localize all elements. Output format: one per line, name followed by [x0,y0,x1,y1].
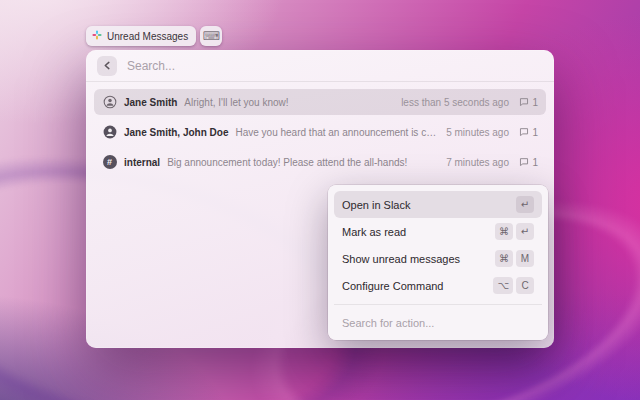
search-input[interactable] [127,59,543,73]
shortcut-keys: ⌥ C [493,277,534,294]
message-count-badge: 1 [516,157,538,168]
action-label: Mark as read [342,226,406,238]
chat-bubble-icon [519,157,529,167]
action-configure-command[interactable]: Configure Command ⌥ C [334,272,542,299]
message-count: 1 [532,97,538,108]
search-header [86,50,554,82]
action-open-in-slack[interactable]: Open in Slack ↵ [334,191,542,218]
action-mark-as-read[interactable]: Mark as read ⌘ ↵ [334,218,542,245]
c-key: C [516,277,534,294]
message-time: 5 minutes ago [446,127,509,138]
message-preview: Alright, I'll let you know! [184,97,394,108]
person-circle-filled-icon [102,125,117,140]
launcher-window: Jane Smith Alright, I'll let you know! l… [86,50,554,348]
action-search-footer [334,304,542,340]
return-key: ↵ [516,223,534,240]
message-count: 1 [532,127,538,138]
shortcut-keys: ⌘ ↵ [495,223,534,240]
chat-bubble-icon [519,127,529,137]
return-key: ↵ [516,196,534,213]
person-circle-icon [102,95,117,110]
message-count: 1 [532,157,538,168]
message-time: less than 5 seconds ago [401,97,509,108]
command-pill-label-container[interactable]: Unread Messages [86,26,196,46]
command-pill-label: Unread Messages [107,31,188,42]
message-count-badge: 1 [516,127,538,138]
action-label: Configure Command [342,280,444,292]
option-key: ⌥ [493,277,513,294]
chat-bubble-icon [519,97,529,107]
command-key: ⌘ [495,223,513,240]
action-panel: Open in Slack ↵ Mark as read ⌘ ↵ Show un… [328,185,548,340]
m-key: M [516,250,534,267]
action-search-input[interactable] [342,317,534,329]
shortcut-keys: ↵ [516,196,534,213]
hash-circle-icon: # [102,155,117,170]
list-item-jane-smith-john-doe[interactable]: Jane Smith, John Doe Have you heard that… [94,119,546,145]
unread-message-list: Jane Smith Alright, I'll let you know! l… [86,82,554,175]
keyboard-icon: ⌨ [202,29,219,43]
message-preview: Have you heard that an announcement is c… [235,127,439,138]
back-button[interactable] [97,56,117,76]
message-title: internal [124,157,160,168]
message-title: Jane Smith, John Doe [124,127,228,138]
command-key: ⌘ [495,250,513,267]
action-show-unread-messages[interactable]: Show unread messages ⌘ M [334,245,542,272]
shortcut-keys: ⌘ M [495,250,534,267]
chevron-left-icon [103,61,112,70]
message-preview: Big announcement today! Please attend th… [167,157,439,168]
message-time: 7 minutes ago [446,157,509,168]
message-count-badge: 1 [516,97,538,108]
hotkey-badge[interactable]: ⌨ [200,26,222,46]
list-item-internal-channel[interactable]: # internal Big announcement today! Pleas… [94,149,546,175]
command-pill: Unread Messages ⌨ [86,26,222,46]
slack-icon [92,30,102,42]
action-label: Show unread messages [342,253,460,265]
message-title: Jane Smith [124,97,177,108]
list-item-jane-smith[interactable]: Jane Smith Alright, I'll let you know! l… [94,89,546,115]
action-label: Open in Slack [342,199,410,211]
